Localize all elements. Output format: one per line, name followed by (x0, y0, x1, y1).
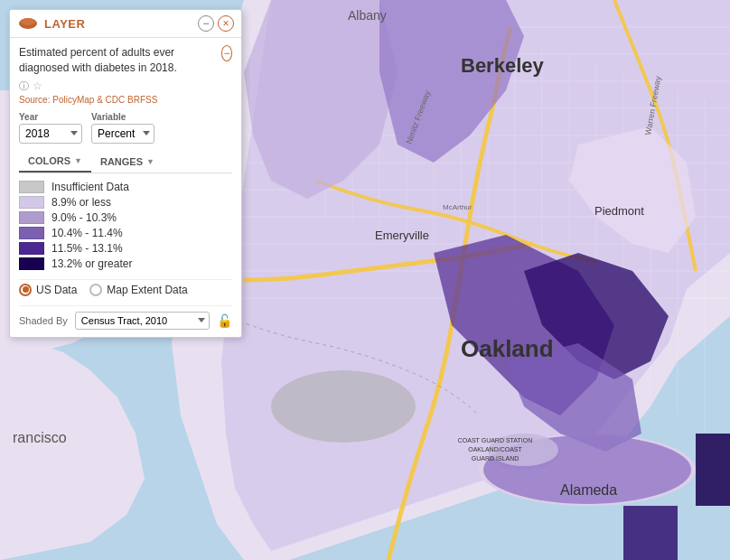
variable-group: Variable Percent (91, 112, 154, 144)
shaded-by-label: Shaded By (19, 315, 68, 326)
legend-label: 13.2% or greater (51, 257, 132, 270)
legend-swatch (19, 211, 44, 224)
legend-swatch (19, 257, 44, 270)
svg-text:McArthur: McArthur (443, 203, 473, 211)
shaded-by-row: Shaded By Census Tract, 2010 🔓 (19, 305, 232, 330)
star-icon[interactable]: ☆ (33, 79, 42, 92)
us-data-radio[interactable] (19, 284, 32, 296)
map-extent-radio[interactable] (89, 284, 102, 296)
legend-label: 9.0% - 10.3% (51, 211, 117, 224)
layer-description: Estimated percent of adults ever diagnos… (19, 45, 221, 76)
panel-title: LAYER (44, 17, 85, 31)
svg-text:Oakland: Oakland (461, 335, 554, 362)
year-group: Year 2018 (19, 112, 82, 144)
legend-label: 8.9% or less (51, 196, 111, 209)
panel-controls: − × (198, 15, 234, 32)
svg-rect-58 (623, 506, 678, 560)
dropdowns-row: Year 2018 Variable Percent (19, 112, 232, 144)
svg-text:rancisco: rancisco (13, 430, 67, 445)
svg-text:GUARD ISLAND: GUARD ISLAND (472, 455, 519, 462)
panel-header-left: LAYER (17, 16, 85, 31)
svg-text:Piedmont: Piedmont (594, 204, 644, 218)
ranges-arrow-icon: ▼ (146, 157, 154, 166)
svg-text:Emeryville: Emeryville (375, 229, 429, 242)
svg-rect-57 (696, 434, 730, 506)
legend-swatch (19, 181, 44, 193)
legend-label: Insufficient Data (51, 181, 129, 193)
map-extent-option[interactable]: Map Extent Data (89, 284, 187, 296)
legend-item: 11.5% - 13.1% (19, 242, 232, 255)
panel-body: Estimated percent of adults ever diagnos… (10, 38, 241, 337)
layer-icon (17, 16, 39, 31)
minimize-button[interactable]: − (198, 15, 214, 32)
svg-text:Berkeley: Berkeley (461, 54, 545, 77)
colors-arrow-icon: ▼ (74, 156, 82, 165)
colors-toggle[interactable]: COLORS ▼ (19, 151, 91, 173)
variable-select[interactable]: Percent (91, 124, 154, 144)
panel-header: LAYER − × (10, 10, 241, 38)
svg-text:OAKLAND/COAST: OAKLAND/COAST (468, 446, 522, 453)
legend-item: 13.2% or greater (19, 257, 232, 270)
ranges-toggle[interactable]: RANGES ▼ (91, 151, 164, 173)
legend-item: 10.4% - 11.4% (19, 227, 232, 239)
legend-item: 8.9% or less (19, 196, 232, 209)
svg-text:COAST GUARD STATION: COAST GUARD STATION (458, 437, 532, 443)
legend-swatch (19, 196, 44, 209)
legend-swatch (19, 242, 44, 255)
year-select[interactable]: 2018 (19, 124, 82, 144)
svg-point-60 (21, 18, 35, 25)
toggle-row: COLORS ▼ RANGES ▼ (19, 151, 232, 173)
legend-label: 10.4% - 11.4% (51, 227, 123, 239)
svg-text:Albany: Albany (348, 8, 387, 23)
close-button[interactable]: × (218, 15, 234, 32)
variable-label: Variable (91, 112, 154, 122)
legend-swatch (19, 227, 44, 239)
legend-item: Insufficient Data (19, 181, 232, 193)
description-expand-button[interactable]: − (221, 45, 232, 61)
year-label: Year (19, 112, 82, 122)
legend-label: 11.5% - 13.1% (51, 242, 123, 255)
radio-row: US Data Map Extent Data (19, 279, 232, 296)
svg-point-41 (271, 370, 416, 443)
svg-text:Alameda: Alameda (560, 482, 617, 498)
legend-list: Insufficient Data 8.9% or less 9.0% - 10… (19, 181, 232, 270)
legend-item: 9.0% - 10.3% (19, 211, 232, 224)
info-icon[interactable]: ⓘ (19, 79, 29, 93)
lock-icon[interactable]: 🔓 (217, 313, 232, 328)
shaded-by-select[interactable]: Census Tract, 2010 (75, 312, 210, 330)
us-data-option[interactable]: US Data (19, 284, 77, 296)
layer-panel: LAYER − × Estimated percent of adults ev… (9, 9, 242, 338)
source-text: Source: PolicyMap & CDC BRFSS (19, 95, 232, 105)
